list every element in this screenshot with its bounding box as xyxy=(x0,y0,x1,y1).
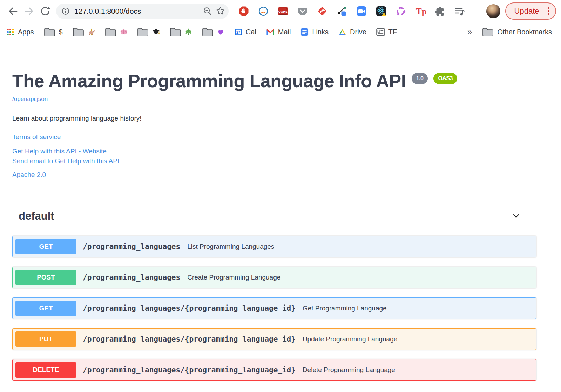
back-button[interactable] xyxy=(5,3,21,19)
zoom-extension-button[interactable] xyxy=(356,6,367,16)
cors-icon: CORS xyxy=(278,6,288,16)
bookmark-folder-money[interactable]: $ xyxy=(44,27,63,36)
adblock-extension-button[interactable] xyxy=(238,6,249,16)
reload-icon xyxy=(40,6,50,16)
tp-extension-button[interactable]: Tp xyxy=(415,6,426,16)
website-help-link[interactable]: Get Help with this API - Website xyxy=(12,146,107,156)
update-label: Update xyxy=(514,7,539,16)
method-badge: DELETE xyxy=(15,362,76,378)
forward-arrow-icon xyxy=(24,6,34,16)
adblock-hand-icon xyxy=(238,6,249,16)
star-icon xyxy=(216,6,225,16)
bookmarks-overflow-button[interactable]: » xyxy=(467,27,472,37)
color-picker-icon xyxy=(337,6,347,16)
chat-bubble-icon xyxy=(258,6,269,16)
bookmark-tf-label: TF xyxy=(388,28,397,36)
other-bookmarks-button[interactable]: Other Bookmarks xyxy=(482,27,552,36)
zoom-out-button[interactable] xyxy=(203,6,212,16)
pocket-extension-button[interactable] xyxy=(297,6,308,16)
folder-icon xyxy=(202,27,214,36)
bookmark-apps[interactable]: Apps xyxy=(6,28,34,36)
recycle-extension-button[interactable] xyxy=(396,6,406,16)
purple-heart-icon xyxy=(217,28,224,36)
bookmark-folder-horse[interactable] xyxy=(73,27,95,36)
recycle-icon xyxy=(396,6,406,16)
endpoint-summary: List Programming Languages xyxy=(187,243,274,250)
forward-button[interactable] xyxy=(21,3,37,19)
reload-button[interactable] xyxy=(37,3,53,19)
graduation-cap-icon xyxy=(152,28,160,36)
red-diamond-arrow-icon xyxy=(317,6,327,16)
extensions-row: CORS xyxy=(238,6,465,16)
bookmark-folder-brain[interactable] xyxy=(105,27,127,36)
endpoint-row-get-one[interactable]: GET /programming_languages/{programming_… xyxy=(12,297,536,319)
magnifier-minus-icon xyxy=(203,6,212,16)
bookmark-folder-plants[interactable] xyxy=(170,27,192,36)
bookmark-links[interactable]: Links xyxy=(300,28,329,36)
endpoint-row-post-create[interactable]: POST /programming_languages Create Progr… xyxy=(12,267,536,288)
bookmark-drive-label: Drive xyxy=(350,28,366,36)
bookmark-folder-education[interactable] xyxy=(137,27,160,36)
oas3-badge: OAS3 xyxy=(433,73,457,84)
gmail-icon xyxy=(266,28,275,36)
bookmark-links-label: Links xyxy=(312,28,329,36)
email-help-link[interactable]: Send email to Get Help with this API xyxy=(12,156,119,166)
terms-of-service-link[interactable]: Terms of service xyxy=(12,133,61,141)
svg-text:CORS: CORS xyxy=(278,9,288,13)
svg-text:27: 27 xyxy=(236,30,241,34)
playlist-extension-button[interactable] xyxy=(454,6,465,16)
folder-icon xyxy=(73,27,84,36)
url-text[interactable]: 127.0.0.1:8000/docs xyxy=(74,7,199,15)
back-arrow-icon xyxy=(8,6,18,16)
endpoint-row-delete[interactable]: DELETE /programming_languages/{programmi… xyxy=(12,359,536,381)
bookmark-mail[interactable]: Mail xyxy=(266,28,291,36)
openapi-spec-link[interactable]: /openapi.json xyxy=(12,96,48,103)
document-icon xyxy=(376,28,385,36)
api-title-text: The Amazing Programming Language Info AP… xyxy=(12,71,406,91)
bookmark-drive[interactable]: Drive xyxy=(338,28,366,36)
bookmark-tf[interactable]: TF xyxy=(376,28,397,36)
apps-grid-icon xyxy=(6,28,14,36)
diamond-arrow-extension-button[interactable] xyxy=(317,6,327,16)
bookmarks-divider xyxy=(475,26,475,37)
cors-extension-button[interactable]: CORS xyxy=(278,6,288,16)
folder-icon xyxy=(170,27,181,36)
color-picker-extension-button[interactable] xyxy=(337,6,347,16)
license-link[interactable]: Apache 2.0 xyxy=(12,171,46,179)
endpoint-summary: Update Programming Language xyxy=(303,335,397,343)
bookmark-star-button[interactable] xyxy=(216,6,225,16)
browser-menu-icon[interactable] xyxy=(545,7,552,15)
dollar-label: $ xyxy=(59,28,63,36)
address-bar[interactable]: 127.0.0.1:8000/docs xyxy=(56,4,229,19)
update-button[interactable]: Update xyxy=(505,2,556,20)
extensions-puzzle-button[interactable] xyxy=(435,6,445,16)
bookmark-mail-label: Mail xyxy=(278,28,291,36)
puzzle-icon xyxy=(435,6,445,16)
tag-section-header[interactable]: default xyxy=(12,210,536,228)
method-badge: PUT xyxy=(15,331,76,347)
endpoint-path: /programming_languages/{programming_lang… xyxy=(83,304,296,312)
chat-extension-button[interactable] xyxy=(258,6,269,16)
carousel-horse-icon xyxy=(88,28,95,36)
endpoint-summary: Delete Programming Language xyxy=(303,366,395,374)
bookmark-folder-favorites[interactable] xyxy=(202,27,224,36)
playlist-icon xyxy=(454,6,465,16)
endpoint-summary: Create Programming Language xyxy=(187,274,280,281)
react-devtools-extension-button[interactable] xyxy=(376,6,386,16)
site-info-icon[interactable] xyxy=(61,7,70,16)
api-info-section: The Amazing Programming Language Info AP… xyxy=(12,71,536,179)
bookmark-calendar[interactable]: 27 Cal xyxy=(234,28,256,36)
method-badge: GET xyxy=(15,301,76,316)
profile-avatar[interactable] xyxy=(486,4,500,18)
links-list-icon xyxy=(300,28,309,36)
folder-icon xyxy=(137,27,149,36)
page-title: The Amazing Programming Language Info AP… xyxy=(12,71,536,91)
folder-icon xyxy=(44,27,55,36)
chevron-down-icon[interactable] xyxy=(511,211,522,222)
endpoint-row-get-list[interactable]: GET /programming_languages List Programm… xyxy=(12,236,536,257)
pocket-icon xyxy=(297,6,308,16)
zoom-camera-icon xyxy=(356,6,367,16)
endpoint-list: GET /programming_languages List Programm… xyxy=(0,236,561,381)
bookmarks-bar: Apps $ xyxy=(0,22,561,42)
endpoint-row-put-update[interactable]: PUT /programming_languages/{programming_… xyxy=(12,328,536,350)
